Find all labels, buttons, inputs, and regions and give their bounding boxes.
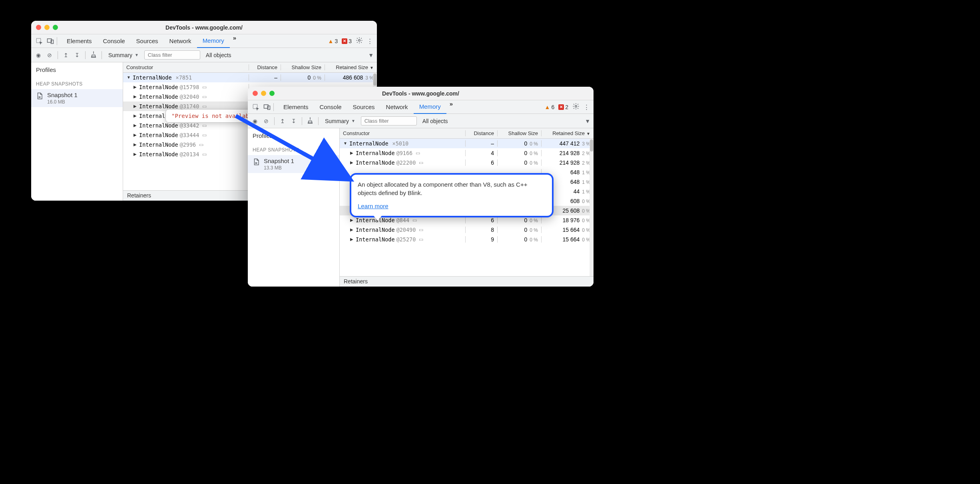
titlebar[interactable]: DevTools - www.google.com/ bbox=[248, 87, 594, 100]
col-constructor[interactable]: Constructor bbox=[123, 64, 249, 70]
expand-caret-icon[interactable]: ▶ bbox=[349, 218, 354, 222]
gear-icon[interactable] bbox=[572, 103, 580, 111]
open-in-panel-icon[interactable]: ▭ bbox=[202, 104, 207, 109]
retainers-pane-header[interactable]: Retainers bbox=[340, 276, 594, 287]
open-in-panel-icon[interactable]: ▭ bbox=[202, 94, 207, 100]
open-in-panel-icon[interactable]: ▭ bbox=[419, 237, 423, 242]
expand-caret-icon[interactable]: ▶ bbox=[133, 114, 137, 118]
divider bbox=[102, 51, 102, 59]
record-icon[interactable]: ◉ bbox=[251, 118, 259, 124]
col-distance[interactable]: Distance bbox=[466, 130, 498, 136]
gc-broom-icon[interactable] bbox=[306, 117, 314, 125]
table-row[interactable]: ▶InternalNode @22200▭600 %214 9282 % bbox=[340, 158, 594, 167]
constructor-group-row[interactable]: ▼InternalNode×5010 – 00 % 447 4123 % bbox=[340, 139, 594, 148]
errors-badge[interactable]: ✕3 bbox=[342, 38, 352, 44]
open-in-panel-icon[interactable]: ▭ bbox=[416, 150, 420, 156]
expand-caret-icon[interactable]: ▼ bbox=[126, 75, 131, 80]
minimize-window-icon[interactable] bbox=[261, 91, 266, 96]
zoom-window-icon[interactable] bbox=[269, 91, 275, 96]
device-toggle-icon[interactable] bbox=[45, 38, 56, 45]
col-shallow[interactable]: Shallow Size bbox=[281, 64, 325, 70]
cell-retained-pct: 3 % bbox=[365, 75, 374, 81]
kebab-icon[interactable]: ⋮ bbox=[584, 104, 590, 111]
close-window-icon[interactable] bbox=[253, 91, 258, 96]
more-tabs-icon[interactable]: » bbox=[230, 34, 239, 48]
expand-caret-icon[interactable]: ▶ bbox=[133, 133, 137, 137]
view-mode-dropdown[interactable]: Summary ▼ bbox=[106, 52, 141, 58]
tab-elements[interactable]: Elements bbox=[278, 100, 314, 114]
open-in-panel-icon[interactable]: ▭ bbox=[202, 84, 207, 90]
scroll-thumb[interactable] bbox=[373, 74, 376, 86]
col-distance[interactable]: Distance bbox=[249, 64, 281, 70]
open-in-panel-icon[interactable]: ▭ bbox=[202, 132, 207, 138]
open-in-panel-icon[interactable]: ▭ bbox=[202, 123, 207, 128]
device-toggle-icon[interactable] bbox=[261, 104, 273, 111]
minimize-window-icon[interactable] bbox=[44, 25, 50, 30]
upload-icon[interactable]: ↥ bbox=[279, 118, 287, 124]
zoom-window-icon[interactable] bbox=[53, 25, 58, 30]
clear-icon[interactable]: ⊘ bbox=[46, 52, 54, 58]
col-constructor[interactable]: Constructor bbox=[340, 130, 466, 136]
expand-caret-icon[interactable]: ▶ bbox=[133, 123, 137, 127]
col-retained[interactable]: Retained Size▼ bbox=[542, 130, 594, 136]
open-in-panel-icon[interactable]: ▭ bbox=[419, 227, 423, 233]
expand-caret-icon[interactable]: ▶ bbox=[133, 94, 137, 99]
open-in-panel-icon[interactable]: ▭ bbox=[199, 142, 203, 147]
gear-icon[interactable] bbox=[356, 37, 363, 45]
table-row[interactable]: ▶InternalNode @20490▭800 %15 6640 % bbox=[340, 225, 594, 235]
expand-caret-icon[interactable]: ▶ bbox=[349, 237, 354, 241]
tab-network[interactable]: Network bbox=[380, 100, 414, 114]
record-icon[interactable]: ◉ bbox=[34, 52, 42, 58]
inspect-icon[interactable] bbox=[34, 38, 45, 45]
scope-dropdown[interactable]: All objects bbox=[203, 52, 234, 58]
upload-icon[interactable]: ↥ bbox=[62, 52, 70, 58]
expand-caret-icon[interactable]: ▶ bbox=[133, 104, 137, 108]
expand-caret-icon[interactable]: ▶ bbox=[349, 227, 354, 232]
tab-network[interactable]: Network bbox=[164, 34, 197, 48]
scroll-thumb[interactable] bbox=[590, 139, 593, 151]
expand-caret-icon[interactable]: ▶ bbox=[349, 151, 354, 155]
expand-caret-icon[interactable]: ▶ bbox=[349, 160, 354, 165]
expand-caret-icon[interactable]: ▶ bbox=[133, 85, 137, 89]
snapshot-item[interactable]: Snapshot 1 13.3 MB bbox=[248, 155, 339, 173]
tab-console[interactable]: Console bbox=[98, 34, 131, 48]
open-in-panel-icon[interactable]: ▭ bbox=[412, 217, 417, 223]
tab-sources[interactable]: Sources bbox=[131, 34, 164, 48]
tab-console[interactable]: Console bbox=[314, 100, 347, 114]
clear-icon[interactable]: ⊘ bbox=[262, 118, 270, 124]
chevron-down-icon[interactable]: ▼ bbox=[585, 118, 590, 124]
more-tabs-icon[interactable]: » bbox=[446, 100, 456, 114]
tab-sources[interactable]: Sources bbox=[347, 100, 380, 114]
scope-dropdown[interactable]: All objects bbox=[420, 118, 450, 124]
view-mode-dropdown[interactable]: Summary ▼ bbox=[323, 118, 358, 124]
chevron-down-icon[interactable]: ▼ bbox=[368, 52, 374, 58]
warnings-badge[interactable]: ▲3 bbox=[328, 38, 338, 44]
snapshot-item[interactable]: Snapshot 1 16.0 MB bbox=[31, 89, 123, 107]
titlebar[interactable]: DevTools - www.google.com/ bbox=[31, 21, 377, 34]
errors-badge[interactable]: ✕2 bbox=[558, 104, 568, 110]
download-icon[interactable]: ↧ bbox=[73, 52, 81, 58]
tab-elements[interactable]: Elements bbox=[61, 34, 98, 48]
table-row[interactable]: ▶InternalNode @25270▭900 %15 6640 % bbox=[340, 235, 594, 244]
class-filter-input[interactable] bbox=[144, 50, 200, 60]
download-icon[interactable]: ↧ bbox=[290, 118, 298, 124]
tab-memory[interactable]: Memory bbox=[197, 34, 230, 48]
col-retained[interactable]: Retained Size▼ bbox=[325, 64, 377, 70]
constructor-group-row[interactable]: ▼InternalNode×7851 – 00 % 486 6083 % bbox=[123, 73, 377, 82]
open-in-panel-icon[interactable]: ▭ bbox=[419, 160, 423, 165]
expand-caret-icon[interactable]: ▼ bbox=[343, 141, 348, 145]
learn-more-link[interactable]: Learn more bbox=[358, 202, 388, 210]
scrollbar[interactable] bbox=[590, 139, 594, 276]
expand-caret-icon[interactable]: ▶ bbox=[133, 152, 137, 156]
tab-memory[interactable]: Memory bbox=[414, 100, 446, 114]
gc-broom-icon[interactable] bbox=[90, 51, 98, 59]
expand-caret-icon[interactable]: ▶ bbox=[133, 142, 137, 147]
open-in-panel-icon[interactable]: ▭ bbox=[202, 151, 207, 157]
class-filter-input[interactable] bbox=[361, 116, 417, 125]
col-shallow[interactable]: Shallow Size bbox=[498, 130, 542, 136]
table-row[interactable]: ▶InternalNode @9166▭400 %214 9282 % bbox=[340, 148, 594, 158]
warnings-badge[interactable]: ▲6 bbox=[545, 104, 555, 110]
inspect-icon[interactable] bbox=[250, 104, 261, 111]
kebab-icon[interactable]: ⋮ bbox=[367, 38, 373, 45]
close-window-icon[interactable] bbox=[36, 25, 41, 30]
